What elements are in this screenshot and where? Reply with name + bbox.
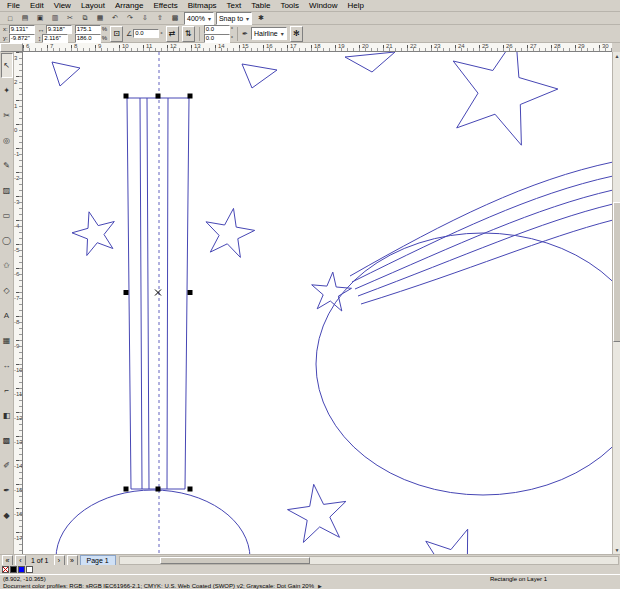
connector-tool[interactable]: ⌐ [1,378,13,403]
vertical-scrollbar[interactable]: ▲ ▼ [612,52,620,554]
star-shape-5[interactable] [288,484,346,542]
table-tool[interactable]: ▦ [1,328,13,353]
scale-x-field[interactable]: 175.1 [75,25,101,34]
text-tool[interactable]: A [1,303,13,328]
selection-handle[interactable] [124,487,129,492]
selection-handle[interactable] [188,290,193,295]
menu-file[interactable]: File [2,0,25,11]
zoom-tool[interactable]: ◎ [1,128,13,153]
crop-tool[interactable]: ✂ [1,103,13,128]
star-shape-1[interactable] [72,212,114,256]
star-shape-4[interactable] [312,272,352,311]
ellipse-tool[interactable]: ◯ [1,228,13,253]
star-shape-2[interactable] [206,208,255,257]
export-button[interactable]: ⇧ [153,12,167,25]
lock-ratio-button[interactable]: ⊡ [110,26,123,42]
last-page-button[interactable]: » [67,555,78,566]
star-shape-3[interactable] [453,52,558,145]
y-position-field[interactable]: -9.872" [9,34,35,43]
vertical-ruler[interactable]: 3210-1-2-3-4-5-6-7-8-9-10-11-12-13-14-15… [14,52,23,554]
basic-shapes-tool[interactable]: ◇ [1,278,13,303]
expand-status-icon[interactable]: ▶ [318,583,322,589]
next-page-button[interactable]: › [54,555,65,566]
corner-top-field[interactable]: 0.0 [204,25,230,34]
selection-handle[interactable] [156,487,161,492]
canvas-area[interactable] [23,52,612,554]
snap-to-select[interactable]: Snap to ▾ [216,12,252,25]
fill-tool[interactable]: ◆ [1,503,13,528]
horizontal-scroll-thumb[interactable] [160,557,310,564]
drawing-canvas[interactable] [23,52,612,554]
vertical-scroll-thumb[interactable] [613,202,620,342]
dimension-tool[interactable]: ↔ [1,353,13,378]
copy-button[interactable]: ⧉ [78,12,92,25]
x-position-field[interactable]: 9.131" [9,25,35,34]
previous-page-button[interactable]: ‹ [15,555,26,566]
menu-arrange[interactable]: Arrange [110,0,148,11]
selection-handle[interactable] [156,94,161,99]
import-button[interactable]: ⇩ [138,12,152,25]
scale-y-field[interactable]: 186.0 [75,34,101,43]
menu-tools[interactable]: Tools [275,0,304,11]
new-button[interactable]: □ [3,12,17,25]
save-button[interactable]: ▣ [33,12,47,25]
selection-center-mark[interactable] [155,290,161,296]
column-shape[interactable] [127,98,189,489]
triangle-shape-2[interactable] [242,64,277,88]
selection-handle[interactable] [188,487,193,492]
swatch-black[interactable] [10,566,17,573]
rotation-angle-field[interactable]: 0.0 [133,29,159,38]
horizontal-scrollbar[interactable] [119,556,619,565]
menu-layout[interactable]: Layout [76,0,110,11]
menu-table[interactable]: Table [246,0,275,11]
shape-tool[interactable]: ✦ [1,78,13,103]
mirror-horizontal-button[interactable]: ⇄ [166,26,179,42]
menu-window[interactable]: Window [304,0,342,11]
menu-bitmaps[interactable]: Bitmaps [183,0,222,11]
dome-shape[interactable] [56,490,250,554]
scroll-down-icon[interactable]: ▼ [613,546,620,554]
selection-handle[interactable] [124,290,129,295]
menu-view[interactable]: View [49,0,76,11]
scroll-up-icon[interactable]: ▲ [613,52,620,60]
print-button[interactable]: ▥ [48,12,62,25]
mirror-vertical-button[interactable]: ⇅ [182,26,195,42]
cut-button[interactable]: ✂ [63,12,77,25]
transparency-tool[interactable]: ▩ [1,428,13,453]
menu-text[interactable]: Text [222,0,247,11]
swatch-blue[interactable] [18,566,25,573]
horizontal-ruler[interactable]: 6789101112131415161718192021222324252627… [23,43,612,52]
rectangle-tool[interactable]: ▭ [1,203,13,228]
menu-help[interactable]: Help [343,0,369,11]
large-ellipse-shape[interactable] [316,233,612,495]
outline-width-select[interactable]: Hairline ▾ [251,27,287,40]
height-field[interactable]: 2.116" [42,34,68,43]
polygon-tool[interactable]: ✩ [1,253,13,278]
redo-button[interactable]: ↷ [123,12,137,25]
eyedropper-tool[interactable]: ✐ [1,453,13,478]
swatch-no-color[interactable] [2,566,9,573]
undo-button[interactable]: ↶ [108,12,122,25]
triangle-shape-3[interactable] [345,52,395,72]
pick-tool[interactable]: ↖ [1,53,13,78]
star-shape-6[interactable] [424,529,492,554]
page-tab-1[interactable]: Page 1 [80,555,116,566]
freehand-tool[interactable]: ✎ [1,153,13,178]
application-launcher-button[interactable]: ▩ [168,12,182,25]
options-button[interactable]: ✱ [254,12,268,25]
selection-handle[interactable] [124,94,129,99]
paste-button[interactable]: ▦ [93,12,107,25]
smart-fill-tool[interactable]: ▨ [1,178,13,203]
zoom-level-select[interactable]: 400% ▾ [184,12,214,25]
corner-bottom-field[interactable]: 0.0 [204,34,230,43]
outline-pen-tool[interactable]: ✒ [1,478,13,503]
menu-edit[interactable]: Edit [25,0,49,11]
open-button[interactable]: ▤ [18,12,32,25]
swatch-white[interactable] [26,566,33,573]
triangle-shape-1[interactable] [52,62,80,86]
selection-handle[interactable] [188,94,193,99]
wrench-icon-button[interactable]: ✻ [290,26,303,42]
menu-effects[interactable]: Effects [148,0,182,11]
first-page-button[interactable]: « [2,555,13,566]
width-field[interactable]: 9.318" [46,25,72,34]
